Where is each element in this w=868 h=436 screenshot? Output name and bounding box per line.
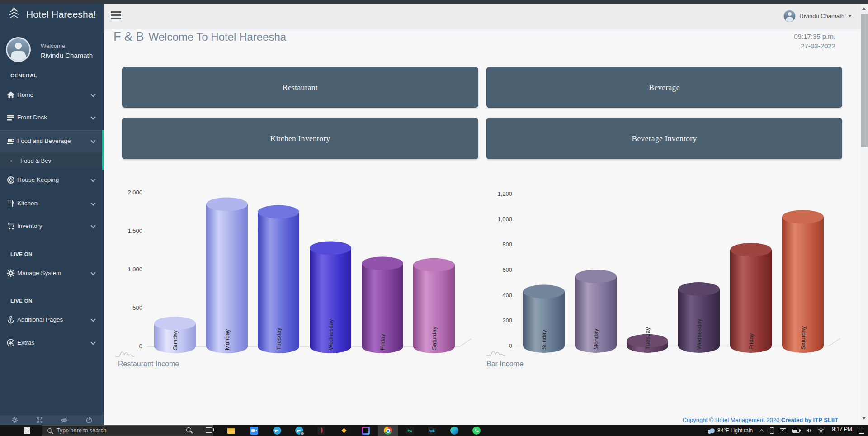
caret-down-icon bbox=[848, 15, 852, 17]
hidden-icons-chevron[interactable] bbox=[760, 429, 764, 433]
svg-text:1,000: 1,000 bbox=[497, 216, 512, 223]
scroll-up-arrow-icon[interactable] bbox=[862, 7, 866, 10]
welcome-label: Welcome, bbox=[41, 43, 67, 49]
eye-slash-icon[interactable] bbox=[61, 417, 68, 424]
taskbar-clock[interactable]: 9:17 PM bbox=[832, 426, 852, 432]
windows-taskbar: Type here to search PC WS 84°F Light rai… bbox=[0, 425, 868, 436]
search-placeholder: Type here to search bbox=[57, 427, 106, 434]
power-icon[interactable] bbox=[85, 417, 93, 424]
svg-text:Tuesday: Tuesday bbox=[644, 327, 651, 350]
chevron-down-icon bbox=[90, 92, 95, 97]
sidebar-subitem-food-and-bev[interactable]: Food & Bev bbox=[0, 152, 102, 170]
system-tray: 84°F Light rain 9:17 PM bbox=[707, 425, 868, 436]
cortana-search-icon[interactable] bbox=[184, 427, 193, 435]
avatar bbox=[783, 10, 796, 22]
settings-icon[interactable] bbox=[11, 417, 19, 424]
menu-toggle-button[interactable] bbox=[111, 11, 122, 21]
speaker-icon[interactable] bbox=[806, 427, 812, 434]
sidebar: Hotel Hareesha! Welcome, Rivindu Chamath… bbox=[0, 0, 104, 425]
svg-text:Saturday: Saturday bbox=[800, 326, 807, 350]
svg-text:Monday: Monday bbox=[593, 328, 599, 350]
svg-text:0: 0 bbox=[139, 343, 142, 350]
svg-text:Bar Income: Bar Income bbox=[486, 360, 524, 368]
weather-text[interactable]: 84°F Light rain bbox=[717, 427, 753, 434]
sidebar-item-front-desk[interactable]: Front Desk bbox=[0, 108, 104, 127]
chevron-down-icon bbox=[90, 223, 95, 228]
active-accent-bar bbox=[102, 130, 104, 170]
profile-username: Rivindu Chamath bbox=[41, 52, 93, 59]
zoom-app-icon[interactable] bbox=[249, 427, 259, 435]
sidebar-item-house-keeping[interactable]: House Keeping bbox=[0, 171, 104, 190]
svg-text:Restaurant Income: Restaurant Income bbox=[118, 360, 179, 368]
sidebar-item-home[interactable]: Home bbox=[0, 85, 104, 104]
gear-icon bbox=[7, 269, 15, 277]
tree-logo-icon bbox=[6, 5, 22, 24]
sidebar-item-extras[interactable]: Extras bbox=[0, 333, 104, 352]
whatsapp-icon[interactable] bbox=[472, 427, 481, 435]
chevron-down-icon bbox=[90, 114, 95, 119]
scroll-down-arrow-icon[interactable] bbox=[862, 417, 866, 420]
action-center-icon[interactable] bbox=[859, 428, 864, 434]
brand[interactable]: Hotel Hareesha! bbox=[6, 5, 96, 24]
beverage-inventory-button[interactable]: Beverage Inventory bbox=[486, 118, 842, 159]
sidebar-item-food-and-beverage[interactable]: Food and Beverage bbox=[0, 132, 104, 151]
svg-text:400: 400 bbox=[502, 292, 512, 299]
telegram-icon[interactable] bbox=[272, 427, 282, 435]
edge-icon[interactable] bbox=[449, 427, 459, 435]
kitchen-inventory-button[interactable]: Kitchen Inventory bbox=[122, 118, 478, 159]
sidebar-item-kitchen[interactable]: Kitchen bbox=[0, 194, 104, 213]
chrome-icon[interactable] bbox=[383, 427, 393, 435]
svg-text:Sunday: Sunday bbox=[541, 329, 547, 350]
battery-icon[interactable] bbox=[792, 429, 800, 433]
svg-text:500: 500 bbox=[132, 304, 142, 311]
svg-text:1,200: 1,200 bbox=[497, 190, 512, 197]
home-icon bbox=[7, 91, 15, 99]
clock: 09:17:35 p.m. 27-03-2022 bbox=[794, 32, 835, 51]
footer-created-by[interactable]: Created by ITP SLIIT bbox=[781, 417, 838, 423]
phone-link-icon[interactable] bbox=[770, 427, 774, 434]
asterisk-icon bbox=[7, 339, 15, 347]
sidebar-item-additional-pages[interactable]: Additional Pages bbox=[0, 310, 104, 329]
telegram-alt-icon[interactable] bbox=[294, 427, 304, 435]
user-menu[interactable]: Rivindu Chamath bbox=[783, 10, 852, 22]
fullscreen-icon[interactable] bbox=[36, 417, 43, 424]
sidebar-item-inventory[interactable]: Inventory bbox=[0, 217, 104, 236]
phone-glyph-icon bbox=[474, 427, 479, 435]
intellij-icon[interactable] bbox=[361, 427, 371, 435]
profile-avatar bbox=[6, 37, 31, 62]
display-icon[interactable] bbox=[780, 428, 786, 433]
clock-time: 09:17:35 p.m. bbox=[794, 32, 835, 41]
page-title: F & B Welcome To Hotel Hareesha bbox=[113, 30, 286, 44]
svg-text:Saturday: Saturday bbox=[431, 326, 438, 350]
page-scrollbar[interactable] bbox=[860, 4, 868, 425]
webstorm-icon[interactable]: WS bbox=[427, 427, 437, 435]
svg-text:Friday: Friday bbox=[748, 333, 755, 350]
task-view-icon[interactable] bbox=[204, 427, 214, 435]
life-ring-icon bbox=[7, 176, 15, 184]
cart-icon bbox=[7, 222, 15, 230]
clock-date: 27-03-2022 bbox=[794, 41, 835, 51]
binance-icon[interactable] bbox=[339, 427, 349, 435]
topbar-username: Rivindu Chamath bbox=[799, 13, 844, 19]
sidebar-item-manage-system[interactable]: Manage System bbox=[0, 264, 104, 283]
chevron-down-icon bbox=[90, 200, 95, 205]
svg-text:1,500: 1,500 bbox=[127, 227, 142, 234]
beverage-button[interactable]: Beverage bbox=[486, 67, 842, 108]
pycharm-icon[interactable]: PC bbox=[405, 427, 415, 435]
chevron-down-icon bbox=[90, 177, 95, 182]
section-live-on-2: LIVE ON bbox=[10, 298, 33, 303]
svg-text:Wednesday: Wednesday bbox=[327, 319, 334, 350]
wifi-icon[interactable] bbox=[818, 427, 824, 434]
topbar: Rivindu Chamath bbox=[104, 4, 868, 29]
scrollbar-thumb[interactable] bbox=[861, 14, 868, 147]
svg-text:200: 200 bbox=[502, 317, 512, 324]
page-title-primary: F & B bbox=[113, 30, 144, 44]
svg-text:Monday: Monday bbox=[224, 329, 231, 350]
weather-cloud-icon[interactable] bbox=[707, 428, 715, 433]
section-general: GENERAL bbox=[10, 73, 37, 78]
restaurant-button[interactable]: Restaurant bbox=[122, 67, 478, 108]
cutlery-icon bbox=[7, 199, 15, 208]
start-button[interactable] bbox=[24, 427, 30, 434]
file-explorer-icon[interactable] bbox=[226, 427, 236, 435]
red-app-icon[interactable] bbox=[316, 427, 326, 435]
